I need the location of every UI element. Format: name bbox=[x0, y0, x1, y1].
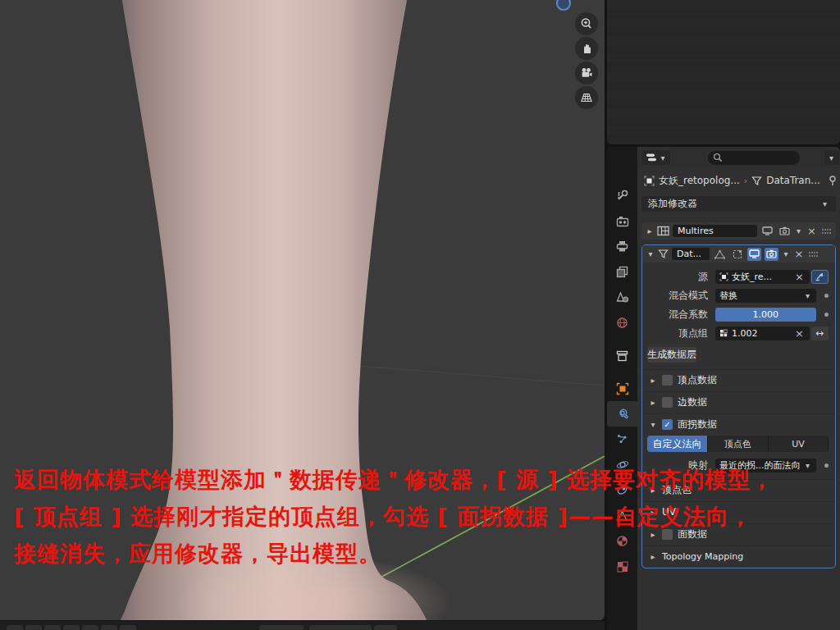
chevron-down-icon: ▾ bbox=[804, 461, 812, 470]
mix-mode-label: 混合模式 bbox=[646, 289, 715, 303]
footer-field[interactable] bbox=[259, 625, 304, 630]
grid-line bbox=[358, 366, 605, 386]
add-modifier-dropdown[interactable]: 添加修改器 ▾ bbox=[641, 196, 836, 212]
subpanel-face-corner-data[interactable]: ▾ ✓ 面拐数据 bbox=[642, 413, 835, 434]
expand-chevron-icon[interactable]: ▸ bbox=[649, 398, 657, 407]
invert-vertex-group-button[interactable]: ↔ bbox=[811, 326, 829, 340]
pin-icon[interactable] bbox=[828, 176, 838, 186]
vertex-data-label: 顶点数据 bbox=[678, 373, 717, 387]
properties-editor-icon bbox=[646, 153, 657, 162]
wrench-icon bbox=[616, 408, 629, 421]
footer-button[interactable] bbox=[82, 625, 98, 630]
camera-view-gizmo-button[interactable] bbox=[575, 62, 598, 84]
extras-chevron-icon[interactable]: ▾ bbox=[782, 249, 790, 258]
footer-field[interactable] bbox=[374, 625, 397, 630]
overlay-line-3: 接缝消失，应用修改器，导出模型。 bbox=[14, 535, 680, 572]
mix-mode-dropdown[interactable]: 替换 ▾ bbox=[715, 289, 816, 303]
tab-modifiers[interactable] bbox=[607, 401, 637, 427]
source-object-field[interactable]: 女妖_re... × bbox=[715, 270, 810, 284]
perspective-toggle-gizmo-button[interactable] bbox=[575, 86, 598, 109]
dt-cage-toggle[interactable] bbox=[730, 248, 744, 261]
drag-handle-icon[interactable] bbox=[821, 228, 832, 235]
edge-data-checkbox[interactable] bbox=[662, 397, 673, 408]
overlay-line-2: [ 顶点组 ] 选择刚才指定的顶点组，勾选 [ 面拐数据 ]——自定义法向， bbox=[14, 498, 680, 535]
collapse-chevron-icon[interactable]: ▾ bbox=[646, 249, 655, 258]
edge-data-label: 边数据 bbox=[678, 395, 707, 409]
chevron-down-icon: ▾ bbox=[821, 199, 829, 208]
generate-data-layers-button[interactable]: 生成数据层 bbox=[647, 347, 696, 363]
footer-button[interactable] bbox=[101, 625, 117, 630]
multires-header[interactable]: ▸ Multires bbox=[641, 222, 836, 240]
collapse-chevron-icon[interactable]: ▾ bbox=[649, 420, 657, 429]
object-square-icon bbox=[616, 382, 629, 395]
chevron-down-icon: ▾ bbox=[659, 153, 667, 162]
pan-gizmo-button[interactable] bbox=[575, 37, 598, 60]
tab-uv[interactable]: UV bbox=[769, 436, 829, 452]
mix-mode-row: 混合模式 替换 ▾ bbox=[642, 287, 835, 304]
cone-sphere-icon bbox=[616, 291, 629, 304]
tab-vertex-colors[interactable]: 顶点色 bbox=[708, 436, 768, 452]
tab-render[interactable] bbox=[607, 208, 637, 234]
footer-button[interactable] bbox=[63, 625, 80, 630]
zoom-gizmo-button[interactable] bbox=[575, 12, 598, 35]
delete-modifier-icon[interactable]: × bbox=[806, 226, 818, 236]
subpanel-vertex-data[interactable]: ▸ 顶点数据 bbox=[642, 369, 835, 390]
footer-button[interactable] bbox=[7, 625, 23, 630]
nav-gizmo-axis-ball[interactable] bbox=[557, 0, 570, 10]
footer-button[interactable] bbox=[120, 625, 136, 630]
footer-button[interactable] bbox=[44, 625, 61, 630]
multires-name-field[interactable]: Multires bbox=[673, 225, 757, 237]
data-transfer-name-field[interactable]: Dat... bbox=[672, 248, 710, 260]
face-corner-data-label: 面拐数据 bbox=[678, 418, 717, 431]
drag-handle-icon[interactable] bbox=[808, 251, 819, 258]
multires-render-toggle[interactable] bbox=[778, 225, 792, 238]
tab-scene[interactable] bbox=[607, 285, 637, 310]
dt-viewport-display-toggle[interactable] bbox=[747, 248, 761, 261]
chevron-down-icon: ▾ bbox=[804, 291, 812, 300]
tab-particles[interactable] bbox=[607, 427, 637, 452]
face-corner-data-checkbox[interactable]: ✓ bbox=[662, 419, 673, 430]
data-transfer-icon bbox=[658, 249, 669, 259]
source-object-name: 女妖_re... bbox=[732, 271, 772, 283]
swap-icon: ↔ bbox=[815, 327, 824, 339]
header-options-button[interactable]: ▾ bbox=[824, 150, 839, 165]
monitor-icon bbox=[749, 249, 760, 258]
subpanel-edge-data[interactable]: ▸ 边数据 bbox=[642, 391, 835, 412]
tab-object[interactable] bbox=[607, 376, 637, 401]
source-object-transform-button[interactable] bbox=[811, 270, 829, 284]
multires-viewport-display-toggle[interactable] bbox=[760, 225, 774, 238]
archive-box-icon bbox=[616, 350, 628, 362]
breadcrumb-modifier[interactable]: DataTran... bbox=[766, 175, 820, 186]
delete-modifier-icon[interactable]: × bbox=[793, 249, 805, 259]
overlay-line-1: 返回物体模式给模型添加＂数据传递＂修改器，[ 源 ] 选择要对齐的模型， bbox=[14, 461, 680, 498]
tab-custom-normals[interactable]: 自定义法向 bbox=[647, 436, 707, 452]
expand-chevron-icon[interactable]: ▸ bbox=[649, 376, 657, 385]
perspective-grid-icon bbox=[580, 91, 593, 104]
outliner-area[interactable] bbox=[607, 0, 840, 144]
vertex-group-field[interactable]: 1.002 × bbox=[715, 326, 810, 340]
tab-world[interactable] bbox=[607, 310, 637, 336]
search-input[interactable] bbox=[726, 153, 792, 163]
dt-editmode-toggle[interactable] bbox=[713, 248, 727, 261]
extras-chevron-icon[interactable]: ▾ bbox=[795, 226, 803, 235]
animate-dot[interactable] bbox=[824, 294, 829, 298]
search-box[interactable] bbox=[708, 151, 800, 165]
data-transfer-header[interactable]: ▾ Dat... bbox=[642, 245, 835, 262]
dt-render-toggle[interactable] bbox=[765, 248, 778, 261]
tab-tool[interactable] bbox=[607, 183, 637, 208]
tab-output[interactable] bbox=[607, 234, 637, 259]
footer-button[interactable] bbox=[25, 625, 42, 630]
vertex-data-checkbox[interactable] bbox=[662, 375, 673, 386]
clear-source-icon[interactable]: × bbox=[794, 272, 806, 282]
footer-field[interactable] bbox=[309, 625, 372, 630]
breadcrumb-object[interactable]: 女妖_retopolog... bbox=[659, 174, 740, 188]
expand-chevron-icon[interactable]: ▸ bbox=[646, 226, 654, 235]
clear-vertex-group-icon[interactable]: × bbox=[794, 328, 806, 339]
tab-view-layer[interactable] bbox=[607, 259, 637, 285]
animate-dot[interactable] bbox=[824, 313, 829, 317]
editor-type-button[interactable]: ▾ bbox=[642, 150, 670, 165]
tab-collection[interactable] bbox=[607, 343, 637, 368]
camera-icon bbox=[779, 226, 790, 235]
animate-dot[interactable] bbox=[824, 463, 829, 468]
mix-factor-slider[interactable]: 1.000 bbox=[715, 308, 816, 322]
